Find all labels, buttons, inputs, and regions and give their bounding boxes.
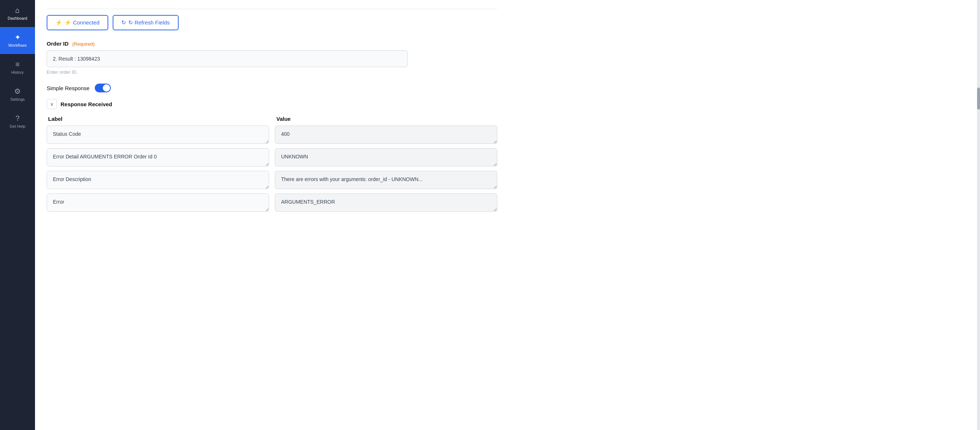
sidebar-label-settings: Settings bbox=[10, 97, 25, 101]
order-id-input[interactable] bbox=[47, 50, 407, 67]
sidebar-item-workflows[interactable]: ✦ Workflows bbox=[0, 27, 35, 54]
table-row: Error ARGUMENTS_ERROR bbox=[47, 193, 497, 212]
collapse-response-button[interactable]: ∨ bbox=[47, 99, 57, 109]
sidebar-label-history: History bbox=[11, 70, 24, 75]
workflows-icon: ✦ bbox=[14, 34, 21, 41]
simple-response-label: Simple Response bbox=[47, 85, 90, 91]
label-error: Error bbox=[47, 193, 269, 212]
chevron-down-icon: ∨ bbox=[50, 101, 54, 107]
simple-response-row: Simple Response bbox=[47, 83, 497, 92]
value-error-description: There are errors with your arguments: or… bbox=[275, 171, 497, 189]
connected-label: ⚡ Connected bbox=[65, 19, 100, 26]
sidebar-label-workflows: Workflows bbox=[8, 43, 27, 48]
response-received-header: ∨ Response Received bbox=[47, 99, 497, 109]
table-header: Label Value bbox=[47, 116, 497, 122]
order-id-hint: Enter order ID. bbox=[47, 69, 497, 75]
label-status-code: Status Code bbox=[47, 126, 269, 144]
table-row: Error Description There are errors with … bbox=[47, 171, 497, 189]
settings-icon: ⚙ bbox=[14, 88, 21, 95]
sidebar-item-dashboard[interactable]: ⌂ Dashboard bbox=[0, 0, 35, 27]
sidebar-item-get-help[interactable]: ? Get Help bbox=[0, 108, 35, 135]
sidebar-label-get-help: Get Help bbox=[10, 124, 25, 128]
required-indicator: (Required) bbox=[72, 41, 94, 47]
connected-button[interactable]: ⚡ ⚡ Connected bbox=[47, 15, 108, 30]
sidebar-label-dashboard: Dashboard bbox=[8, 16, 27, 21]
scrollbar-thumb[interactable] bbox=[977, 88, 980, 110]
value-status-code: 400 bbox=[275, 126, 497, 144]
sidebar-item-history[interactable]: ≡ History bbox=[0, 54, 35, 81]
scrollbar[interactable] bbox=[977, 0, 980, 430]
main-content: ⚡ ⚡ Connected ↻ ↻ Refresh Fields Order I… bbox=[35, 0, 980, 430]
refresh-fields-button[interactable]: ↻ ↻ Refresh Fields bbox=[113, 15, 179, 30]
sidebar: ⌂ Dashboard ✦ Workflows ≡ History ⚙ Sett… bbox=[0, 0, 35, 430]
value-error-detail: UNKNOWN bbox=[275, 148, 497, 166]
table-row: Status Code 400 bbox=[47, 126, 497, 144]
refresh-label: ↻ Refresh Fields bbox=[128, 19, 170, 26]
help-icon: ? bbox=[15, 115, 19, 122]
table-row: Error Detail ARGUMENTS ERROR Order Id 0 … bbox=[47, 148, 497, 166]
connected-icon: ⚡ bbox=[56, 19, 62, 26]
order-id-label: Order ID (Required) bbox=[47, 40, 497, 47]
history-icon: ≡ bbox=[15, 61, 20, 68]
sidebar-item-settings[interactable]: ⚙ Settings bbox=[0, 81, 35, 108]
col-label-header: Label bbox=[47, 116, 269, 122]
top-buttons: ⚡ ⚡ Connected ↻ ↻ Refresh Fields bbox=[47, 9, 497, 30]
value-error: ARGUMENTS_ERROR bbox=[275, 193, 497, 212]
simple-response-toggle[interactable] bbox=[95, 83, 111, 92]
dashboard-icon: ⌂ bbox=[15, 6, 20, 14]
response-received-title: Response Received bbox=[60, 101, 112, 107]
col-value-header: Value bbox=[275, 116, 497, 122]
label-error-description: Error Description bbox=[47, 171, 269, 189]
order-id-section: Order ID (Required) Enter order ID. bbox=[47, 40, 497, 75]
label-error-detail: Error Detail ARGUMENTS ERROR Order Id 0 bbox=[47, 148, 269, 166]
refresh-icon: ↻ bbox=[121, 19, 126, 26]
